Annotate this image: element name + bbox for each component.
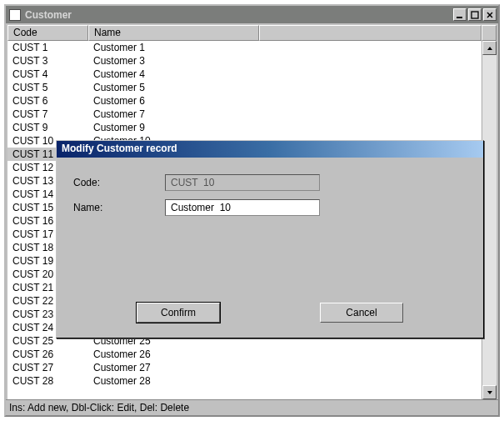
cell-code: CUST 7 xyxy=(7,108,88,121)
name-label: Name: xyxy=(73,202,165,213)
scroll-up-button[interactable] xyxy=(482,41,497,55)
table-row[interactable]: CUST 7Customer 7 xyxy=(7,108,482,121)
cell-code: CUST 1 xyxy=(7,41,88,54)
table-row[interactable]: CUST 5Customer 5 xyxy=(7,81,482,94)
svg-rect-0 xyxy=(457,17,462,18)
cell-name: Customer 27 xyxy=(88,361,259,374)
app-icon xyxy=(9,9,21,21)
confirm-button[interactable]: Confirm xyxy=(137,303,220,323)
cell-name: Customer 7 xyxy=(88,108,259,121)
chevron-up-icon xyxy=(487,45,493,52)
table-row[interactable]: CUST 27Customer 27 xyxy=(7,361,482,374)
statusbar: Ins: Add new, Dbl-Click: Edit, Del: Dele… xyxy=(6,399,498,415)
svg-marker-4 xyxy=(487,47,492,50)
window-title: Customer xyxy=(25,9,453,21)
code-label: Code: xyxy=(73,177,165,188)
table-row[interactable]: CUST 9Customer 9 xyxy=(7,121,482,134)
table-row[interactable]: CUST 26Customer 26 xyxy=(7,348,482,361)
close-button[interactable] xyxy=(483,8,497,21)
code-input xyxy=(165,174,320,191)
maximize-button[interactable] xyxy=(468,8,482,21)
cell-name: Customer 4 xyxy=(88,68,259,81)
cell-code: CUST 6 xyxy=(7,94,88,108)
scroll-down-button[interactable] xyxy=(482,385,497,399)
modify-customer-dialog: Modify Customer record Code: Name: Confi… xyxy=(56,140,484,338)
table-row[interactable]: CUST 28Customer 28 xyxy=(7,374,482,388)
grid-header: Code Name xyxy=(7,25,497,41)
minimize-button[interactable] xyxy=(453,8,467,21)
cancel-button[interactable]: Cancel xyxy=(320,303,403,323)
table-row[interactable]: CUST 1Customer 1 xyxy=(7,41,482,54)
cell-code: CUST 4 xyxy=(7,68,88,81)
svg-marker-5 xyxy=(487,391,492,394)
cell-code: CUST 28 xyxy=(7,374,88,388)
cell-code: CUST 27 xyxy=(7,361,88,374)
cell-name: Customer 3 xyxy=(88,54,259,68)
dialog-title: Modify Customer record xyxy=(57,141,483,158)
scroll-track[interactable] xyxy=(482,55,497,385)
cell-name: Customer 9 xyxy=(88,121,259,134)
maximize-icon xyxy=(471,11,479,19)
cell-code: CUST 9 xyxy=(7,121,88,134)
close-icon xyxy=(486,11,494,19)
cell-code: CUST 26 xyxy=(7,348,88,361)
chevron-down-icon xyxy=(487,389,493,396)
table-row[interactable]: CUST 4Customer 4 xyxy=(7,68,482,81)
cell-code: CUST 3 xyxy=(7,54,88,68)
window-frame: Customer Code Name CUST 1Customer 1CUST … xyxy=(4,4,500,417)
column-header-scroll-corner xyxy=(482,25,497,41)
minimize-icon xyxy=(456,11,464,19)
titlebar: Customer xyxy=(6,6,498,23)
column-header-name[interactable]: Name xyxy=(88,25,259,41)
cell-name: Customer 28 xyxy=(88,374,259,388)
cell-name: Customer 26 xyxy=(88,348,259,361)
statusbar-text: Ins: Add new, Dbl-Click: Edit, Del: Dele… xyxy=(9,402,189,413)
column-header-code[interactable]: Code xyxy=(7,25,88,41)
name-input[interactable] xyxy=(165,199,320,216)
column-header-blank xyxy=(259,25,482,41)
table-row[interactable]: CUST 6Customer 6 xyxy=(7,94,482,108)
cell-name: Customer 1 xyxy=(88,41,259,54)
table-row[interactable]: CUST 3Customer 3 xyxy=(7,54,482,68)
cell-code: CUST 5 xyxy=(7,81,88,94)
cell-name: Customer 6 xyxy=(88,94,259,108)
cell-name: Customer 5 xyxy=(88,81,259,94)
svg-rect-1 xyxy=(472,12,478,18)
